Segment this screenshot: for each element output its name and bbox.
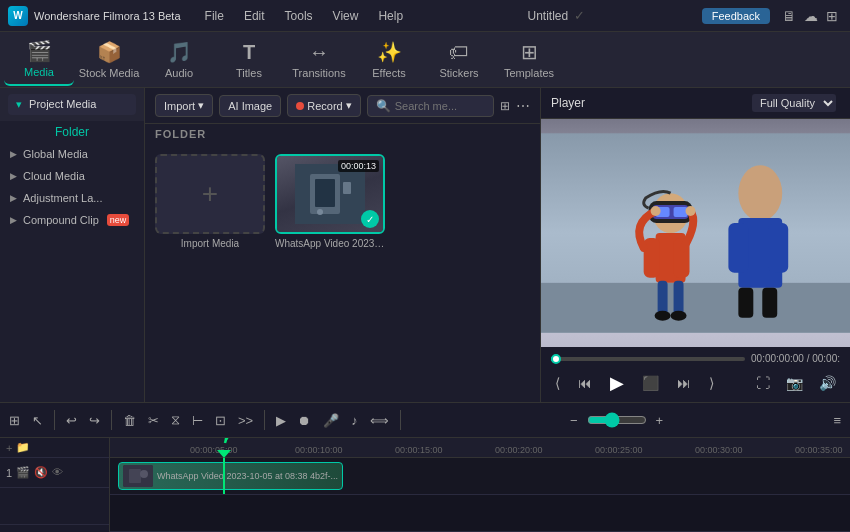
list-item[interactable]: 00:00:13 ✓ WhatsApp Video 2023-10-05... <box>275 154 385 249</box>
import-button[interactable]: Import ▾ <box>155 94 213 117</box>
sidebar-header: ▾ Project Media <box>0 88 144 121</box>
sidebar-item-global-media[interactable]: ▶ Global Media <box>0 143 144 165</box>
timeline-tool-crop[interactable]: ⊡ <box>210 409 231 432</box>
preview-panel: Player Full Quality 1/2 Quality 1/4 Qual… <box>540 88 850 402</box>
menu-file[interactable]: File <box>197 7 232 25</box>
timeline-tool-snap[interactable]: ⊞ <box>4 409 25 432</box>
video-duration: 00:00:13 <box>338 160 379 172</box>
player-label: Player <box>551 96 585 110</box>
import-thumb[interactable]: + <box>155 154 265 234</box>
timeline-tool-more[interactable]: >> <box>233 409 258 432</box>
video-preview-svg <box>295 164 365 224</box>
time-seekbar[interactable] <box>551 357 745 361</box>
clip-label: WhatsApp Video 2023-10-05 at 08:38 4b2f-… <box>157 471 338 481</box>
feedback-button[interactable]: Feedback <box>702 8 770 24</box>
timeline-tool-transition[interactable]: ⟺ <box>365 409 394 432</box>
tool-titles[interactable]: T Titles <box>214 34 284 86</box>
svg-rect-28 <box>129 469 141 483</box>
timeline-toolbar: ⊞ ↖ ↩ ↪ 🗑 ✂ ⧖ ⊢ ⊡ >> ▶ ⏺ 🎤 ♪ ⟺ − + ≡ <box>0 402 850 438</box>
fullscreen-button[interactable]: ⛶ <box>752 373 774 393</box>
right-controls: ⛶ 📷 🔊 <box>752 373 840 393</box>
timeline-clip[interactable]: WhatsApp Video 2023-10-05 at 08:38 4b2f-… <box>118 462 343 490</box>
record-button[interactable]: Record ▾ <box>287 94 360 117</box>
zoom-in-button[interactable]: + <box>651 409 669 432</box>
playback-controls: ⟨ ⏮ ▶ ⬛ ⏭ ⟩ ⛶ 📷 🔊 <box>551 370 840 396</box>
prev-frame-button[interactable]: ⏮ <box>574 373 596 393</box>
svg-rect-24 <box>674 281 684 316</box>
preview-svg <box>541 133 850 333</box>
svg-rect-10 <box>768 223 788 273</box>
timeline-tool-select[interactable]: ↖ <box>27 409 48 432</box>
zoom-out-button[interactable]: − <box>565 409 583 432</box>
monitor-icon[interactable]: 🖥 <box>782 8 796 24</box>
in-point-button[interactable]: ⟨ <box>551 373 564 393</box>
tool-stickers[interactable]: 🏷 Stickers <box>424 34 494 86</box>
camera-button[interactable]: 📷 <box>782 373 807 393</box>
timeline-tool-record[interactable]: ⏺ <box>293 409 316 432</box>
timeline-tool-delete[interactable]: 🗑 <box>118 409 141 432</box>
folder-button[interactable]: 📁 <box>16 441 30 454</box>
menu-edit[interactable]: Edit <box>236 7 273 25</box>
main-toolbar: 🎬 Media 📦 Stock Media 🎵 Audio T Titles ↔… <box>0 32 850 88</box>
zoom-controls: − + <box>565 409 668 432</box>
quality-select[interactable]: Full Quality 1/2 Quality 1/4 Quality <box>752 94 836 112</box>
menu-tools[interactable]: Tools <box>277 7 321 25</box>
svg-rect-12 <box>762 288 777 318</box>
preview-header: Player Full Quality 1/2 Quality 1/4 Qual… <box>541 88 850 119</box>
chevron-icon: ▶ <box>10 149 17 159</box>
tool-templates[interactable]: ⊞ Templates <box>494 34 564 86</box>
chevron-icon: ▶ <box>10 193 17 203</box>
volume-button[interactable]: 🔊 <box>815 373 840 393</box>
project-media-button[interactable]: ▾ Project Media <box>8 94 136 115</box>
track-video-icon[interactable]: 🎬 <box>16 466 30 479</box>
timeline-tracks: 00:00:05:00 00:00:10:00 00:00:15:00 00:0… <box>110 438 850 532</box>
tool-audio[interactable]: 🎵 Audio <box>144 34 214 86</box>
menu-help[interactable]: Help <box>370 7 411 25</box>
list-item[interactable]: + Import Media <box>155 154 265 249</box>
divider <box>54 410 55 430</box>
add-track-button[interactable]: + <box>6 442 12 454</box>
zoom-slider[interactable] <box>587 412 647 428</box>
divider <box>264 410 265 430</box>
stop-button[interactable]: ⬛ <box>638 373 663 393</box>
track-eye-icon[interactable]: 👁 <box>52 466 63 479</box>
menu-view[interactable]: View <box>325 7 367 25</box>
timeline-tool-voiceover[interactable]: 🎤 <box>318 409 344 432</box>
play-button[interactable]: ▶ <box>606 370 628 396</box>
sidebar-item-compound-clip[interactable]: ▶ Compound Clip new <box>0 209 144 231</box>
grid-icon[interactable]: ⊞ <box>826 8 838 24</box>
time-indicator <box>551 354 561 364</box>
timeline-tool-split[interactable]: ⊢ <box>187 409 208 432</box>
filter-icon[interactable]: ⊞ <box>500 99 510 113</box>
playhead[interactable] <box>223 458 225 494</box>
tool-media[interactable]: 🎬 Media <box>4 34 74 86</box>
timeline-options-button[interactable]: ≡ <box>828 409 846 432</box>
selected-check-icon: ✓ <box>361 210 379 228</box>
tool-transitions[interactable]: ↔ Transitions <box>284 34 354 86</box>
ai-image-button[interactable]: AI Image <box>219 95 281 117</box>
sidebar-item-cloud-media[interactable]: ▶ Cloud Media <box>0 165 144 187</box>
time-bar-row: 00:00:00:00 / 00:00: <box>551 353 840 364</box>
timeline-tool-cut[interactable]: ✂ <box>143 409 164 432</box>
more-options-icon[interactable]: ⋯ <box>516 98 530 114</box>
sidebar-item-adjustment[interactable]: ▶ Adjustment La... <box>0 187 144 209</box>
tool-media-label: Media <box>24 66 54 78</box>
tool-stock-media[interactable]: 📦 Stock Media <box>74 34 144 86</box>
tool-effects[interactable]: ✨ Effects <box>354 34 424 86</box>
timeline-tool-undo[interactable]: ↩ <box>61 409 82 432</box>
timeline-tool-play[interactable]: ▶ <box>271 409 291 432</box>
cloud-icon[interactable]: ☁ <box>804 8 818 24</box>
folder-header: FOLDER <box>145 124 540 144</box>
timeline-tool-audio[interactable]: ♪ <box>346 409 363 432</box>
track-mute-icon[interactable]: 🔇 <box>34 466 48 479</box>
tool-audio-label: Audio <box>165 67 193 79</box>
search-box: 🔍 <box>367 95 494 117</box>
dropdown-arrow-icon: ▾ <box>346 99 352 112</box>
project-title: Untitled <box>528 9 569 23</box>
timeline-tool-trim[interactable]: ⧖ <box>166 408 185 432</box>
search-input[interactable] <box>395 100 485 112</box>
next-frame-button[interactable]: ⏭ <box>673 373 695 393</box>
video-thumb[interactable]: 00:00:13 ✓ <box>275 154 385 234</box>
out-point-button[interactable]: ⟩ <box>705 373 718 393</box>
timeline-tool-redo[interactable]: ↪ <box>84 409 105 432</box>
